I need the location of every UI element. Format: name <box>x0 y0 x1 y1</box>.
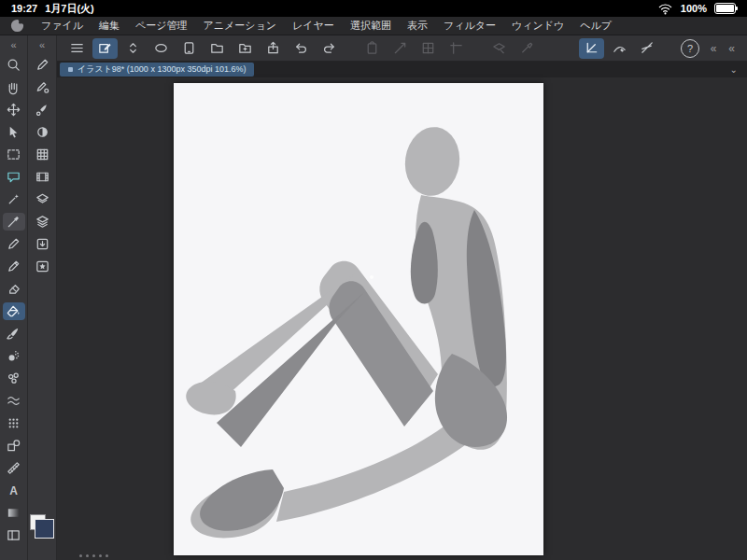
add-folder-button[interactable] <box>233 38 258 59</box>
gradient-icon <box>6 505 21 521</box>
text-tool-icon: A <box>9 484 18 497</box>
tool-text[interactable]: A <box>3 482 25 499</box>
app-logo-icon[interactable] <box>9 18 25 34</box>
menu-edit[interactable]: 編集 <box>99 19 120 33</box>
tone-dots-icon <box>6 415 21 431</box>
layer-property-icon <box>35 191 50 207</box>
frame-border-icon <box>6 527 21 543</box>
cursor-icon <box>6 124 21 140</box>
tool-operation[interactable] <box>3 123 25 141</box>
tool-ruler[interactable] <box>3 459 25 477</box>
tool-balloon[interactable] <box>3 168 25 186</box>
color-swatch[interactable] <box>30 514 55 539</box>
pick-layer-button[interactable] <box>514 38 540 59</box>
open-folder-button[interactable] <box>204 38 230 59</box>
tool-eraser[interactable] <box>3 280 25 298</box>
film-icon <box>35 169 50 185</box>
ellipse-button[interactable] <box>148 38 174 59</box>
tool-switch-button[interactable] <box>120 38 146 59</box>
document-tab-bar: イラスト98* (1000 x 1300px 350dpi 101.6%) ⌄ <box>57 62 747 77</box>
select-layer-button[interactable] <box>486 38 512 59</box>
decoration-icon <box>6 371 21 386</box>
eyedropper-icon <box>6 214 21 230</box>
canvas-page[interactable] <box>174 83 543 555</box>
tab-marker-icon <box>68 67 73 72</box>
snap-to-ruler-button[interactable] <box>579 38 604 59</box>
undo-button[interactable] <box>289 38 314 59</box>
tool-liquify[interactable] <box>3 392 25 410</box>
menu-animation[interactable]: アニメーション <box>204 19 277 33</box>
panel-import[interactable] <box>31 235 53 253</box>
marquee-icon <box>6 147 21 162</box>
document-tab[interactable]: イラスト98* (1000 x 1300px 350dpi 101.6%) <box>60 63 254 77</box>
help-button[interactable]: ? <box>678 38 703 59</box>
tool-auto-select[interactable] <box>3 190 25 208</box>
panel-timeline[interactable] <box>31 168 53 186</box>
collapse-panels-icon[interactable]: « <box>39 38 45 51</box>
liquify-icon <box>6 393 21 409</box>
menu-filter[interactable]: フィルター <box>444 19 496 33</box>
menu-file[interactable]: ファイル <box>41 19 83 33</box>
collapse-right-panel-2-icon[interactable]: « <box>724 42 740 55</box>
snap-to-curve-button[interactable] <box>607 38 632 59</box>
panel-layers[interactable] <box>31 213 53 231</box>
transform-button[interactable] <box>388 38 413 59</box>
tool-pencil[interactable] <box>3 258 25 275</box>
oval-icon <box>153 40 169 56</box>
menu-help[interactable]: ヘルプ <box>580 19 612 33</box>
panel-tone[interactable] <box>31 146 53 163</box>
menu-window[interactable]: ウィンドウ <box>512 19 564 33</box>
tool-airbrush[interactable] <box>3 347 25 365</box>
export-button[interactable] <box>261 38 286 59</box>
collapse-tools-icon[interactable]: « <box>10 38 16 51</box>
collapse-right-panel-1-icon[interactable]: « <box>706 42 722 55</box>
snap-curve-icon <box>612 40 627 56</box>
document-title: イラスト98* (1000 x 1300px 350dpi 101.6%) <box>78 63 246 76</box>
redo-button[interactable] <box>317 38 342 59</box>
paint-bucket-icon <box>6 303 21 319</box>
menu-selection[interactable]: 選択範囲 <box>350 19 391 33</box>
tool-palette: « A <box>0 35 28 560</box>
help-icon: ? <box>681 39 699 58</box>
panel-layer-property[interactable] <box>31 190 53 208</box>
pencil-icon <box>6 259 21 274</box>
menu-page-management[interactable]: ページ管理 <box>135 19 188 33</box>
device-button[interactable] <box>176 38 202 59</box>
main-color-swatch[interactable] <box>35 519 54 539</box>
menu-view[interactable]: 表示 <box>407 19 428 33</box>
tool-tone[interactable] <box>3 414 25 432</box>
zoom-icon <box>6 57 21 73</box>
panel-subtool[interactable] <box>31 78 53 96</box>
tool-pen[interactable] <box>3 235 25 253</box>
canvas-handle-dots[interactable] <box>79 554 108 557</box>
panel-color[interactable] <box>31 123 53 141</box>
menu-layer[interactable]: レイヤー <box>292 19 334 33</box>
eraser-icon <box>6 281 21 297</box>
guides-button[interactable] <box>444 38 469 59</box>
brush-size-icon <box>35 102 50 118</box>
hamburger-icon <box>69 40 85 56</box>
tool-move[interactable] <box>3 101 25 119</box>
panel-materials[interactable] <box>31 258 53 275</box>
main-menu-button[interactable] <box>64 38 90 59</box>
tool-brush[interactable] <box>3 325 25 343</box>
panel-quick-access[interactable] <box>31 56 53 74</box>
select-layer-icon <box>491 40 507 56</box>
tool-fill[interactable] <box>3 302 25 320</box>
grid-button[interactable] <box>416 38 441 59</box>
canvas-area[interactable] <box>57 77 747 560</box>
panel-brush-size[interactable] <box>31 101 53 119</box>
tool-eyedropper[interactable] <box>3 213 25 231</box>
tool-gradient[interactable] <box>3 504 25 522</box>
tool-selection[interactable] <box>3 146 25 163</box>
tool-decoration[interactable] <box>3 370 25 387</box>
tool-frame[interactable] <box>3 526 25 544</box>
edit-on-canvas-button[interactable] <box>92 38 118 59</box>
tab-list-chevron-icon[interactable]: ⌄ <box>730 64 747 75</box>
tool-figure[interactable] <box>3 437 25 455</box>
snap-to-special-ruler-button[interactable] <box>635 38 660 59</box>
paste-button[interactable] <box>359 38 385 59</box>
tool-hand[interactable] <box>3 78 25 96</box>
quick-access-icon <box>35 57 50 73</box>
tool-zoom[interactable] <box>3 56 25 74</box>
